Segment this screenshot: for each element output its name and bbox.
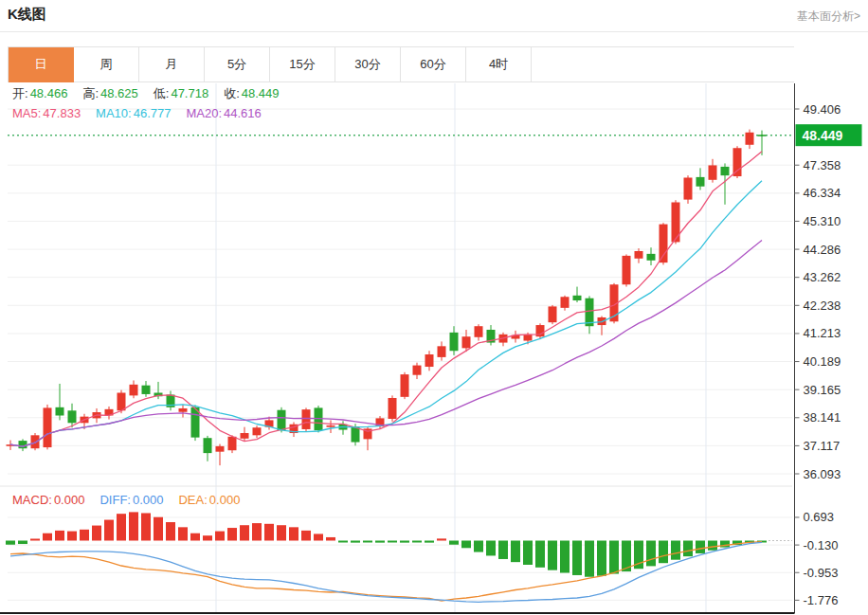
macd-bar	[437, 538, 446, 540]
macd-bar	[18, 541, 27, 545]
price-tick-label: 44.286	[804, 243, 841, 257]
macd-bar	[154, 517, 163, 541]
candle-body	[524, 335, 533, 341]
candle-body	[462, 336, 471, 348]
price-tick-label: 43.262	[804, 270, 841, 284]
macd-bar	[696, 541, 705, 553]
macd-bar	[92, 526, 101, 541]
kline-chart-canvas[interactable]: 49.40647.35846.33445.31044.28643.26242.2…	[0, 0, 868, 615]
candle-body	[721, 167, 730, 175]
candle-body	[389, 398, 397, 419]
macd-bar	[425, 541, 434, 543]
candle-body	[573, 296, 582, 300]
candle-body	[327, 425, 335, 427]
candle-body	[204, 438, 212, 453]
macd-bar	[240, 525, 249, 540]
macd-bar	[683, 541, 693, 557]
candle-body	[635, 251, 643, 259]
price-tick-label: 49.406	[804, 102, 841, 117]
macd-bar	[351, 541, 360, 543]
candle-body	[253, 427, 262, 435]
macd-bar	[511, 541, 520, 563]
macd-bar	[141, 513, 151, 540]
price-tick-label: 47.358	[804, 158, 841, 172]
macd-bar	[326, 537, 335, 541]
candle-body	[660, 225, 668, 262]
macd-bar	[30, 539, 40, 541]
macd-bar	[548, 541, 557, 570]
candle-body	[696, 177, 705, 187]
candle-body	[425, 354, 434, 367]
candle-body	[475, 326, 483, 337]
macd-bar	[412, 541, 422, 543]
candle-body	[302, 409, 311, 429]
macd-bar	[461, 541, 471, 549]
macd-bar	[301, 531, 311, 541]
macd-bar	[43, 534, 52, 541]
candle-body	[684, 177, 693, 199]
candle-body	[733, 148, 742, 176]
candle-body	[746, 133, 754, 145]
macd-bar	[277, 525, 286, 540]
price-tick-label: 40.189	[804, 354, 841, 369]
candle-body	[401, 374, 409, 397]
current-price-tag-text: 48.449	[803, 128, 843, 143]
macd-bar	[67, 532, 77, 541]
macd-bar	[338, 541, 348, 543]
macd-bar	[252, 523, 262, 540]
candle-body	[118, 392, 126, 410]
macd-bar	[486, 541, 496, 556]
price-tick-label: 39.165	[804, 383, 841, 397]
macd-bar	[375, 541, 385, 543]
macd-bar	[178, 527, 188, 540]
macd-bar	[388, 541, 397, 543]
candle-body	[549, 306, 557, 322]
candle-body	[241, 433, 249, 439]
macd-tick-label: -1.776	[804, 593, 839, 607]
candle-body	[142, 386, 151, 394]
macd-bar	[585, 541, 594, 577]
candle-body	[438, 346, 446, 357]
macd-bar	[80, 530, 89, 541]
price-tick-label: 41.213	[804, 326, 841, 340]
candle-body	[216, 446, 225, 452]
macd-bar	[363, 541, 372, 543]
macd-bar	[215, 532, 225, 541]
candle-body	[413, 366, 422, 375]
ma20-line	[10, 241, 762, 447]
candle-body	[56, 407, 64, 416]
candle-body	[19, 441, 27, 448]
macd-bar	[449, 541, 459, 545]
macd-tick-label: -0.130	[804, 538, 839, 552]
candle-body	[623, 256, 631, 284]
macd-bar	[572, 541, 582, 575]
candle-body	[758, 135, 767, 136]
candle-body	[450, 333, 459, 351]
candle-body	[709, 165, 717, 179]
macd-tick-label: 0.693	[804, 510, 835, 524]
candle-body	[647, 254, 656, 261]
candle-body	[278, 410, 286, 430]
price-tick-label: 42.238	[804, 298, 841, 313]
candle-body	[68, 410, 77, 423]
macd-bar	[659, 541, 668, 564]
macd-bar	[609, 541, 619, 574]
macd-bar	[129, 512, 138, 540]
macd-bar	[708, 541, 717, 551]
macd-bar	[597, 541, 606, 576]
price-tick-label: 46.334	[804, 186, 841, 200]
macd-bar	[560, 541, 570, 573]
candle-body	[130, 385, 138, 396]
macd-bar	[227, 528, 237, 540]
macd-bar	[104, 520, 114, 541]
candle-body	[228, 437, 237, 450]
candle-body	[179, 408, 188, 412]
macd-bar	[166, 522, 175, 540]
candle-body	[44, 407, 52, 447]
macd-bar	[55, 531, 64, 541]
macd-bar	[190, 534, 200, 541]
macd-bar	[264, 524, 274, 541]
macd-bar	[314, 534, 323, 540]
candle-body	[31, 435, 40, 448]
macd-bar	[535, 541, 545, 568]
